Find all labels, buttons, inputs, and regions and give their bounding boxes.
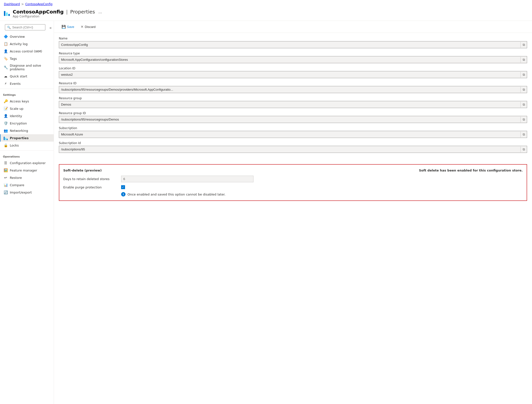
resource-id-input[interactable] (59, 86, 520, 93)
soft-delete-status: Soft delete has been enabled for this co… (419, 169, 523, 172)
copy-name-button[interactable]: ⧉ (520, 42, 527, 48)
sidebar-item-overview[interactable]: 🔷 Overview (0, 33, 54, 40)
copy-location-id-button[interactable]: ⧉ (520, 72, 527, 78)
sidebar-item-encryption[interactable]: 🛡️ Encryption (0, 120, 54, 127)
checkmark-icon: ✓ (122, 186, 124, 189)
sidebar-item-feature-manager[interactable]: 🖼️ Feature manager (0, 167, 54, 174)
breadcrumb-resource[interactable]: ContosoAppConfig (25, 2, 52, 6)
form-field-subscription-id: Subscription Id ⧉ (59, 141, 527, 153)
resource-group-input[interactable] (59, 101, 520, 108)
sidebar-item-diagnose[interactable]: 🔧 Diagnose and solve problems (0, 62, 54, 73)
save-label: Save (67, 25, 74, 29)
copy-resource-group-id-button[interactable]: ⧉ (520, 117, 527, 122)
form-field-resource-id: Resource ID ⧉ (59, 82, 527, 93)
save-button[interactable]: 💾 Save (59, 23, 77, 30)
sidebar-item-config-explorer[interactable]: ☰ Configuration explorer (0, 159, 54, 167)
sidebar-item-access-control[interactable]: 👤 Access control (IAM) (0, 48, 54, 55)
sidebar-item-label: Compare (10, 183, 24, 187)
sidebar-item-label: Properties (10, 136, 29, 140)
ellipsis-button[interactable]: ... (97, 9, 103, 14)
sidebar-item-label: Access control (IAM) (10, 49, 42, 53)
resource-type-input[interactable] (59, 56, 520, 63)
copy-subscription-id-button[interactable]: ⧉ (520, 147, 527, 152)
location-id-input[interactable] (59, 71, 520, 78)
copy-resource-id-button[interactable]: ⧉ (520, 87, 527, 93)
overview-icon: 🔷 (3, 34, 8, 39)
import-export-icon: 🔄 (3, 190, 8, 195)
subscription-input[interactable] (59, 131, 520, 138)
title-separator: | (66, 9, 68, 15)
sidebar-item-label: Import/export (10, 191, 32, 194)
sidebar-item-quick-start[interactable]: ☁️ Quick start (0, 73, 54, 80)
field-label-subscription-id: Subscription Id (59, 141, 527, 145)
activity-log-icon: 📋 (3, 42, 8, 46)
main-content: 💾 Save ✕ Discard Name ⧉ Resource type (54, 21, 532, 404)
settings-section-label: Settings (0, 90, 54, 98)
feature-manager-icon: 🖼️ (3, 168, 8, 172)
sidebar-item-compare[interactable]: 📊 Compare (0, 181, 54, 189)
sidebar-item-access-keys[interactable]: 🔑 Access keys (0, 98, 54, 105)
access-keys-icon: 🔑 (3, 99, 8, 103)
name-input[interactable] (59, 41, 520, 48)
breadcrumb: Dashboard > ContosoAppConfig (0, 0, 532, 7)
properties-icon (3, 136, 8, 140)
soft-delete-purge-row: Enable purge protection ✓ (63, 185, 523, 189)
search-box[interactable]: 🔍 (5, 24, 45, 30)
copy-resource-group-button[interactable]: ⧉ (520, 102, 527, 108)
quick-start-icon: ☁️ (3, 74, 8, 78)
discard-icon: ✕ (81, 25, 84, 29)
sidebar-item-label: Feature manager (10, 169, 37, 172)
field-label-subscription: Subscription (59, 126, 527, 130)
sidebar-item-identity[interactable]: 👤 Identity (0, 112, 54, 120)
diagnose-icon: 🔧 (3, 65, 8, 70)
restore-icon: ↩️ (3, 175, 8, 180)
breadcrumb-separator: > (21, 2, 24, 6)
page-header: ContosoAppConfig | Properties ... App Co… (0, 7, 532, 21)
breadcrumb-dashboard[interactable]: Dashboard (4, 2, 20, 6)
soft-delete-retain-row: Days to retain deleted stores (63, 176, 523, 182)
sidebar-item-locks[interactable]: 🔒 Locks (0, 142, 54, 149)
compare-icon: 📊 (3, 183, 8, 187)
sidebar-item-label: Events (10, 82, 21, 86)
field-input-subscription-id: ⧉ (59, 146, 527, 153)
soft-delete-retain-label: Days to retain deleted stores (63, 177, 117, 181)
sidebar-item-label: Overview (10, 35, 25, 38)
sidebar-item-label: Locks (10, 144, 19, 147)
tags-icon: 🏷️ (3, 56, 8, 61)
events-icon: ⚡ (3, 81, 8, 86)
sidebar-item-import-export[interactable]: 🔄 Import/export (0, 189, 54, 196)
resource-group-id-input[interactable] (59, 116, 520, 123)
sidebar-item-activity-log[interactable]: 📋 Activity log (0, 40, 54, 48)
info-icon: i (121, 192, 126, 196)
soft-delete-purge-label: Enable purge protection (63, 185, 117, 189)
search-icon: 🔍 (7, 26, 11, 29)
config-explorer-icon: ☰ (3, 161, 8, 165)
sidebar-item-label: Tags (10, 57, 17, 61)
discard-button[interactable]: ✕ Discard (78, 23, 98, 30)
field-label-resource-type: Resource type (59, 52, 527, 55)
copy-resource-type-button[interactable]: ⧉ (520, 57, 527, 63)
scale-up-icon: 📝 (3, 106, 8, 111)
sidebar-item-scale-up[interactable]: 📝 Scale up (0, 105, 54, 112)
info-text: Once enabled and saved this option canno… (127, 193, 226, 196)
identity-icon: 👤 (3, 114, 8, 118)
sidebar-item-label: Quick start (10, 74, 27, 78)
sidebar-item-tags[interactable]: 🏷️ Tags (0, 55, 54, 62)
search-input[interactable] (12, 25, 43, 29)
sidebar-item-label: Networking (10, 129, 28, 133)
sidebar-item-networking[interactable]: 👥 Networking (0, 127, 54, 134)
collapse-button[interactable]: « (49, 25, 52, 30)
sidebar-item-restore[interactable]: ↩️ Restore (0, 174, 54, 181)
locks-icon: 🔒 (3, 143, 8, 147)
field-label-resource-id: Resource ID (59, 82, 527, 85)
soft-delete-header: Soft-delete (preview) Soft delete has be… (63, 169, 523, 172)
sidebar-item-events[interactable]: ⚡ Events (0, 80, 54, 87)
form-field-name: Name ⧉ (59, 37, 527, 48)
soft-delete-retain-input[interactable] (121, 176, 253, 182)
page-header-text: ContosoAppConfig | Properties ... App Co… (13, 9, 103, 18)
subscription-id-input[interactable] (59, 146, 520, 153)
form-section: Name ⧉ Resource type ⧉ Location ID (54, 33, 532, 160)
purge-protection-checkbox[interactable]: ✓ (121, 185, 125, 189)
copy-subscription-button[interactable]: ⧉ (520, 132, 527, 137)
sidebar-item-properties[interactable]: Properties (0, 134, 54, 142)
